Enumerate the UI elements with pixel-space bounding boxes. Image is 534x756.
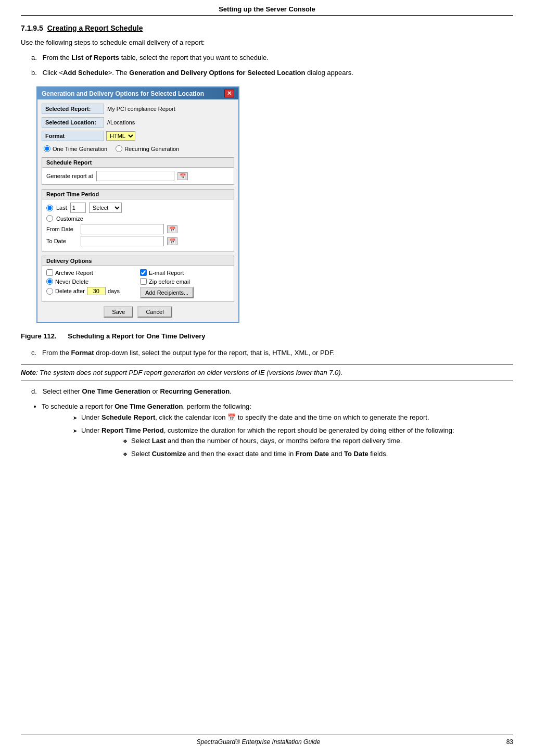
format-label: Format [42, 131, 104, 141]
customize-row: Customize [46, 215, 230, 222]
step-d: d. Select either One Time Generation or … [31, 386, 513, 397]
add-recipients-row: Add Recipients... [140, 287, 230, 298]
diamond-item-2: Select Customize and then the exact date… [123, 449, 513, 460]
format-select-wrapper: HTML XML PDF [106, 131, 135, 141]
delivery-right-col: E-mail Report Zip before email Add Recip… [140, 269, 230, 298]
days-label: days [108, 288, 120, 294]
last-label: Last [56, 205, 67, 211]
schedule-report-title: Schedule Report [42, 158, 234, 168]
report-time-period-title: Report Time Period [42, 190, 234, 199]
recurring-generation-option: Recurring Generation [116, 145, 179, 152]
dialog-titlebar: Generation and Delivery Options for Sele… [37, 87, 238, 99]
one-time-generation-option: One Time Generation [44, 145, 107, 152]
recurring-radio[interactable] [116, 145, 122, 152]
format-select[interactable]: HTML XML PDF [106, 131, 135, 141]
delivery-options-title: Delivery Options [42, 256, 234, 266]
note-prefix: Note: The system does not support PDF re… [21, 369, 342, 376]
add-recipients-button[interactable]: Add Recipients... [140, 287, 194, 298]
delete-after-input[interactable] [87, 287, 106, 295]
step-b: b. Click <Add Schedule>. The Generation … [31, 68, 513, 79]
generate-label: Generate report at [46, 173, 93, 179]
from-date-row: From Date 📅 [46, 224, 230, 234]
delivery-left-col: Archive Report Never Delete Delete after [46, 269, 136, 298]
dialog-buttons-row: Save Cancel [42, 306, 234, 318]
delivery-grid: Archive Report Never Delete Delete after [46, 269, 230, 298]
zip-before-email-label: Zip before email [149, 279, 190, 285]
email-report-checkbox[interactable] [140, 269, 147, 276]
one-time-radio[interactable] [44, 145, 50, 152]
section-title-row: 7.1.9.5 Creating a Report Schedule [21, 24, 513, 34]
dialog-body: Selected Report: My PCI compliance Repor… [37, 99, 238, 322]
customize-section: Customize From Date 📅 To Date 📅 [46, 215, 230, 246]
figure-description: Scheduling a Report for One Time Deliver… [68, 332, 205, 340]
arrow-list: Under Schedule Report, click the calenda… [73, 412, 513, 460]
never-delete-radio[interactable] [46, 278, 53, 285]
diamond-list: Select Last and then the number of hours… [123, 436, 513, 460]
never-delete-row: Never Delete [46, 278, 136, 285]
selected-report-row: Selected Report: My PCI compliance Repor… [42, 104, 234, 114]
header-title: Setting up the Server Console [219, 5, 315, 13]
note-box: Note: The system does not support PDF re… [21, 364, 513, 382]
schedule-report-box: Schedule Report Generate report at 📅 [42, 157, 234, 185]
to-date-row: To Date 📅 [46, 236, 230, 246]
email-report-row: E-mail Report [140, 269, 230, 276]
cancel-button[interactable]: Cancel [137, 306, 172, 318]
step-c: c. From the Format drop-down list, selec… [31, 348, 513, 359]
intro-paragraph: Use the following steps to schedule emai… [21, 37, 513, 48]
one-time-bullet-item: To schedule a report for One Time Genera… [42, 401, 513, 460]
email-report-label: E-mail Report [149, 270, 184, 276]
one-time-label: One Time Generation [53, 146, 107, 152]
archive-report-checkbox[interactable] [46, 269, 53, 276]
archive-report-label: Archive Report [55, 270, 93, 276]
delete-after-row: Delete after days [46, 287, 136, 295]
step-a: a. From the List of Reports table, selec… [31, 53, 513, 64]
last-select[interactable]: Select Hours Days Months [89, 203, 122, 213]
archive-report-row: Archive Report [46, 269, 136, 276]
from-date-label: From Date [46, 226, 78, 232]
zip-before-email-checkbox[interactable] [140, 278, 147, 285]
save-button[interactable]: Save [104, 306, 133, 318]
figure-caption: Figure 112. Scheduling a Report for One … [21, 331, 513, 342]
to-date-label: To Date [46, 238, 78, 244]
dialog: Generation and Delivery Options for Sele… [36, 86, 239, 323]
selected-report-value: My PCI compliance Report [104, 105, 234, 113]
schedule-row: Generate report at 📅 [46, 171, 230, 181]
generate-at-input[interactable] [96, 171, 174, 181]
zip-before-email-row: Zip before email [140, 278, 230, 285]
figure-label: Figure 112. [21, 332, 57, 340]
generation-options-row: One Time Generation Recurring Generation [42, 144, 234, 153]
footer-text: SpectraGuard® Enterprise Installation Gu… [21, 738, 496, 746]
page-number: 83 [506, 738, 513, 746]
report-time-period-box: Report Time Period Last Select Hours Day… [42, 189, 234, 251]
page-header: Setting up the Server Console [21, 5, 513, 16]
arrow-item-1: Under Schedule Report, click the calenda… [73, 412, 513, 423]
dialog-wrapper: Generation and Delivery Options for Sele… [36, 86, 513, 323]
recurring-label: Recurring Generation [124, 146, 179, 152]
arrow-item-2: Under Report Time Period, customize the … [73, 425, 513, 460]
customize-label: Customize [56, 216, 83, 222]
format-row: Format HTML XML PDF [42, 131, 234, 141]
diamond-item-1: Select Last and then the number of hours… [123, 436, 513, 447]
last-value-input[interactable] [70, 203, 86, 213]
last-radio[interactable] [46, 205, 53, 211]
section-number: 7.1.9.5 [21, 24, 43, 32]
dialog-close-button[interactable]: ✕ [224, 90, 234, 97]
delivery-options-box: Delivery Options Archive Report Never De… [42, 256, 234, 302]
delete-after-radio[interactable] [46, 288, 53, 295]
from-date-input[interactable] [81, 224, 164, 234]
calendar-button[interactable]: 📅 [177, 172, 188, 180]
page-footer-container: SpectraGuard® Enterprise Installation Gu… [0, 735, 534, 746]
to-date-input[interactable] [81, 236, 164, 246]
from-date-calendar-btn[interactable]: 📅 [167, 225, 177, 233]
customize-radio[interactable] [46, 215, 53, 222]
selected-report-label: Selected Report: [42, 104, 104, 114]
last-row: Last Select Hours Days Months [46, 203, 230, 213]
selected-location-value: //Locations [104, 118, 234, 127]
selected-location-label: Selected Location: [42, 117, 104, 128]
never-delete-label: Never Delete [55, 279, 88, 285]
dialog-title: Generation and Delivery Options for Sele… [42, 90, 204, 97]
selected-location-row: Selected Location: //Locations [42, 117, 234, 128]
to-date-calendar-btn[interactable]: 📅 [167, 237, 177, 245]
one-time-bullet-list: To schedule a report for One Time Genera… [42, 401, 513, 460]
section-heading: Creating a Report Schedule [47, 24, 143, 32]
